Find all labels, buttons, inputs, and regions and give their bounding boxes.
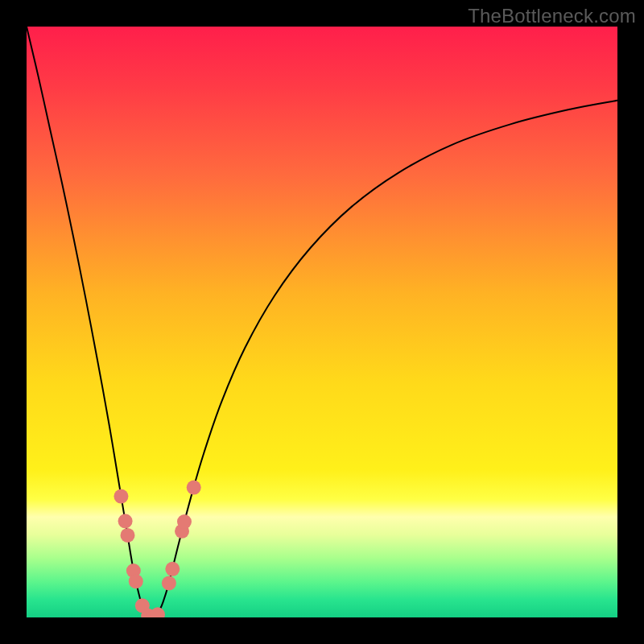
marker-dot xyxy=(187,481,201,495)
marker-dot xyxy=(129,574,143,588)
marker-dot xyxy=(151,607,165,617)
marker-dot xyxy=(165,562,180,576)
marker-dot xyxy=(114,489,128,504)
curve-markers xyxy=(114,481,200,617)
marker-dot xyxy=(177,514,192,529)
marker-dot xyxy=(121,528,135,543)
marker-dot xyxy=(118,514,133,528)
bottleneck-curve xyxy=(27,27,617,617)
plot-area xyxy=(27,27,617,617)
chart-frame: TheBottleneck.com xyxy=(0,0,644,644)
watermark-text: TheBottleneck.com xyxy=(468,5,636,27)
marker-dot xyxy=(162,576,176,590)
curve-layer xyxy=(27,27,617,617)
